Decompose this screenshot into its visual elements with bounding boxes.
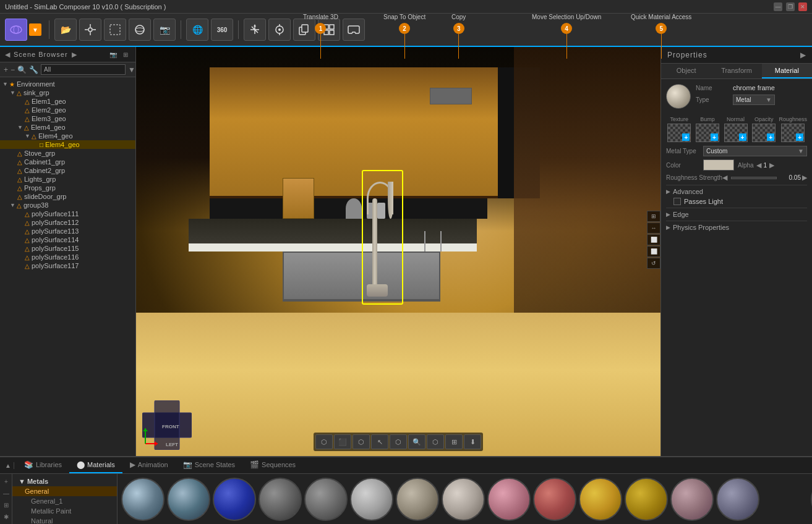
sb-grid-btn[interactable]: ⊞	[121, 49, 130, 59]
bl-btn3[interactable]: ⊞	[1, 500, 11, 510]
tree-item[interactable]: △slideDoor_grp	[0, 192, 135, 201]
tree-item[interactable]: △Props_grp	[0, 184, 135, 192]
bl-btn2[interactable]: —	[1, 488, 11, 498]
bottom-collapse-btn[interactable]: ▲	[5, 462, 11, 469]
vp-obj-btn[interactable]: ⬡	[353, 434, 370, 449]
tree-item[interactable]: △Stove_grp	[0, 149, 135, 158]
tree-arrow[interactable]: ▼	[25, 133, 30, 139]
copy-button[interactable]	[293, 19, 315, 41]
tree-item[interactable]: △Cabinet2_grp	[0, 166, 135, 175]
tex-add-4[interactable]: +	[796, 133, 803, 141]
tree-item[interactable]: ▼△sink_grp	[0, 88, 135, 97]
tree-item[interactable]: △polySurface117	[0, 261, 135, 270]
tab-material[interactable]: Material	[762, 64, 812, 78]
minimize-button[interactable]: —	[774, 2, 782, 11]
sb-filter-btn[interactable]: 🔧	[29, 66, 38, 74]
material-ball-9[interactable]: ⚙	[487, 478, 531, 521]
tree-item[interactable]: △polySurface114	[0, 235, 135, 244]
tree-item[interactable]: △polySurface112	[0, 218, 135, 227]
sc-arrow-btn[interactable]: ↔	[647, 222, 660, 234]
roughness-arrow-right[interactable]: ▶	[802, 174, 807, 182]
360-button[interactable]: 360	[211, 19, 233, 41]
tree-item[interactable]: △polySurface111	[0, 209, 135, 218]
sc-rot-btn[interactable]: ↺	[647, 258, 660, 269]
tree-arrow[interactable]: ▼	[10, 90, 15, 96]
tex-thumb-2[interactable]: +	[724, 124, 748, 142]
vp-down-btn[interactable]: ⬇	[464, 434, 481, 449]
material-ball-11[interactable]: ⚙	[579, 478, 622, 521]
tree-item[interactable]: △Lights_grp	[0, 175, 135, 184]
material-ball-6[interactable]: ⚙	[350, 478, 393, 521]
properties-expand-btn[interactable]: ▶	[800, 51, 806, 59]
sb-sort-btn[interactable]: ▼	[128, 66, 135, 74]
tab-materials[interactable]: ⬤ Materials	[69, 457, 122, 473]
bl-btn4[interactable]: ✱	[1, 512, 11, 522]
tree-arrow[interactable]: ▼	[2, 81, 8, 87]
sphere-button[interactable]	[129, 19, 151, 41]
material-ball-5[interactable]: ⚙	[304, 478, 348, 521]
view-mode-button[interactable]	[5, 19, 27, 41]
globe-button[interactable]: 🌐	[186, 19, 208, 41]
material-ball-4[interactable]: ⚙	[259, 478, 302, 521]
sc-nav-btn[interactable]: ⬜	[647, 246, 660, 257]
tex-add-0[interactable]: +	[682, 133, 690, 141]
type-dropdown[interactable]: Metal ▼	[733, 95, 775, 105]
vp-frame-btn[interactable]: ⬛	[334, 434, 351, 449]
sb-collapse-left[interactable]: ◀	[5, 51, 10, 59]
color-swatch[interactable]	[703, 159, 734, 171]
tree-item[interactable]: △Elem1_geo	[0, 97, 135, 106]
sc-box-btn[interactable]: ⬜	[647, 234, 660, 245]
sidebar-item[interactable]: General_1	[12, 496, 117, 506]
close-button[interactable]: ✕	[798, 2, 807, 11]
tree-item[interactable]: △polySurface115	[0, 244, 135, 253]
roughness-slider[interactable]	[731, 177, 777, 179]
sb-remove-btn[interactable]: −	[11, 66, 15, 74]
tex-thumb-1[interactable]: +	[696, 124, 719, 142]
open-file-button[interactable]: 📂	[54, 19, 77, 41]
tree-item[interactable]: ▼△Elem4_geo	[0, 132, 135, 140]
roughness-arrow-left[interactable]: ◀	[722, 174, 727, 182]
tab-sequences[interactable]: 🎬 Sequences	[242, 457, 303, 473]
material-ball-10[interactable]: ⚙	[533, 478, 576, 521]
vr-button[interactable]	[343, 19, 365, 41]
sidebar-item[interactable]: ▼ Metals	[12, 476, 117, 486]
vp-isolate-btn[interactable]: ⬡	[427, 434, 444, 449]
tree-item[interactable]: △polySurface116	[0, 253, 135, 261]
tree-arrow[interactable]: ▼	[10, 202, 15, 208]
tree-item[interactable]: △polySurface113	[0, 227, 135, 235]
tab-animation[interactable]: ▶ Animation	[122, 457, 176, 473]
tree-item[interactable]: △Cabinet1_grp	[0, 158, 135, 166]
mode-dropdown[interactable]: ▼	[29, 23, 41, 36]
advanced-section[interactable]: ▶ Advanced	[666, 185, 807, 198]
translate3d-button[interactable]	[244, 19, 266, 41]
material-ball-3[interactable]: ⚙	[213, 478, 256, 521]
sb-collapse-right[interactable]: ▶	[72, 51, 77, 59]
sidebar-item[interactable]: Natural	[12, 516, 117, 524]
alpha-arrow-right[interactable]: ▶	[769, 161, 774, 169]
tab-scene-states[interactable]: 📷 Scene States	[176, 457, 242, 473]
edge-section[interactable]: ▶ Edge	[666, 208, 807, 221]
tree-item[interactable]: ▼△group38	[0, 201, 135, 209]
nav-cube[interactable]: LEFT FRONT	[142, 400, 192, 450]
tex-thumb-4[interactable]: +	[781, 124, 805, 142]
tab-object[interactable]: Object	[661, 64, 711, 78]
tree-item[interactable]: ▼△Elem4_geo	[0, 123, 135, 132]
transform-button[interactable]	[79, 19, 101, 41]
select-button[interactable]	[104, 19, 126, 41]
snaptoobj-button[interactable]	[268, 19, 291, 41]
material-ball-12[interactable]: ⚙	[625, 478, 668, 521]
viewport[interactable]: LEFT FRONT ⬡ ⬛ ⬡ ↖ ⬡ 🔍 ⬡ ⊞ ⬇ ⊞ ↔ ⬜ ⬜ ↺	[136, 47, 660, 456]
sidebar-item[interactable]: General	[12, 486, 117, 496]
sidebar-item[interactable]: Metallic Paint	[12, 506, 117, 516]
material-ball-7[interactable]: ⚙	[396, 478, 439, 521]
sb-add-btn[interactable]: +	[4, 66, 8, 74]
tex-add-1[interactable]: +	[711, 133, 718, 141]
capture-button[interactable]: 📷	[153, 19, 176, 41]
tex-thumb-3[interactable]: +	[752, 124, 776, 142]
material-ball-14[interactable]: ⚙	[716, 478, 759, 521]
tex-add-2[interactable]: +	[739, 133, 746, 141]
restore-button[interactable]: ❐	[786, 2, 795, 11]
tab-libraries[interactable]: 📚 Libraries	[17, 457, 69, 473]
material-ball-13[interactable]: ⚙	[670, 478, 714, 521]
tab-transform[interactable]: Transform	[711, 64, 761, 78]
